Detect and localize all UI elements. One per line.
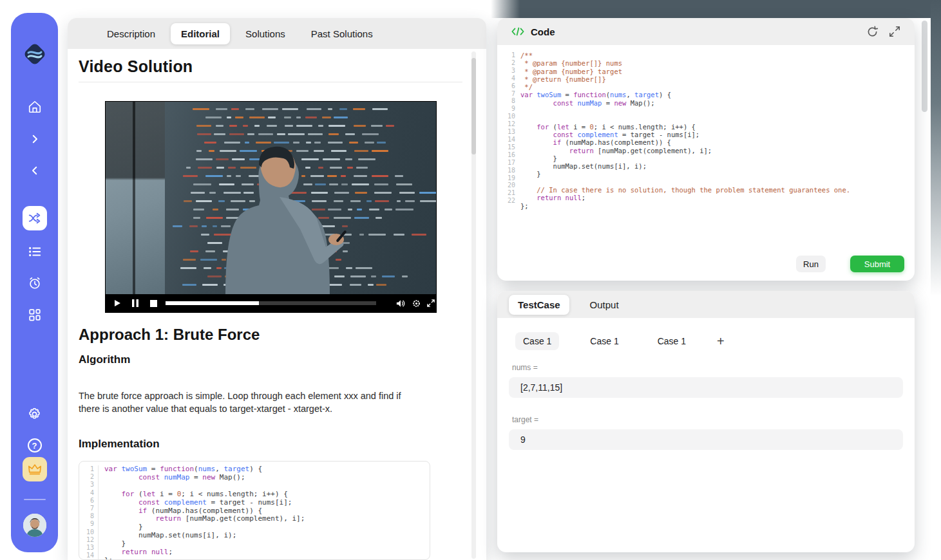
chalk-code-dash: [372, 108, 388, 110]
chalk-code-dash: [282, 108, 298, 110]
chalk-code-dash: [371, 125, 382, 127]
code-panel-title: Code: [531, 26, 555, 37]
code-line: const complement = target - nums[i];: [520, 131, 850, 138]
line-number: 1: [506, 51, 515, 59]
line-number: 10: [506, 113, 515, 120]
testcase-tabbar: TestCase Output: [497, 291, 628, 318]
code-panel-header: Code: [497, 18, 915, 45]
line-number: 3: [79, 481, 94, 489]
case-tab-2[interactable]: Case 1: [582, 332, 626, 350]
chalk-code-dash: [245, 108, 254, 110]
video-settings-button[interactable]: [410, 298, 423, 308]
reset-code-icon[interactable]: [866, 26, 879, 38]
video-progress-bar[interactable]: [166, 301, 376, 305]
line-number: 19: [506, 174, 515, 182]
code-editor[interactable]: 12346789101213141516171819202122 /** * @…: [506, 51, 893, 238]
sidebar-item-reminders[interactable]: [27, 275, 43, 291]
line-number: 6: [506, 82, 515, 90]
chalk-code-dash: [235, 117, 243, 118]
code-line: return [numMap.get(complement), i];: [520, 147, 850, 154]
line-number: 12: [79, 536, 94, 544]
chalk-code-dash: [307, 108, 322, 110]
chalk-code-dash: [377, 142, 386, 144]
line-number: 13: [506, 128, 515, 136]
sidebar-item-home[interactable]: [27, 99, 43, 115]
chalk-code-dash: [386, 125, 394, 127]
line-number: 16: [506, 151, 515, 159]
avatar-photo: [23, 514, 46, 537]
stop-icon: [150, 300, 157, 307]
stop-button[interactable]: [147, 298, 160, 308]
chalk-code-dash: [350, 200, 361, 202]
sidebar-item-premium[interactable]: [23, 457, 47, 481]
case-tab-1[interactable]: Case 1: [515, 332, 559, 350]
sidebar-divider: [24, 499, 46, 500]
code-line: [520, 178, 850, 186]
chalk-code-dash: [205, 117, 222, 118]
line-number: 8: [506, 97, 515, 105]
code-line: return null;: [520, 194, 850, 201]
chalk-code-dash: [296, 117, 301, 118]
user-avatar[interactable]: [23, 514, 46, 537]
volume-button[interactable]: [394, 298, 407, 308]
video-progress-fill: [166, 301, 259, 305]
code-line: }: [520, 154, 850, 162]
code-line: return null;: [104, 548, 305, 557]
chalk-code-dash: [322, 117, 331, 118]
video-fullscreen-button[interactable]: [424, 298, 437, 308]
add-case-button[interactable]: +: [717, 334, 725, 349]
chalk-code-dash: [357, 209, 363, 210]
video-player[interactable]: [105, 101, 437, 313]
chalk-code-dash: [396, 183, 412, 185]
tab-editorial[interactable]: Editorial: [171, 23, 230, 44]
chalk-code-dash: [372, 150, 388, 152]
line-number: 4: [506, 75, 515, 82]
target-input[interactable]: [509, 429, 903, 450]
line-number: 12: [506, 120, 515, 128]
testcase-panel: TestCase Output Case 1 Case 1 Case 1 + n…: [497, 291, 915, 552]
pause-button[interactable]: [129, 298, 142, 308]
case-tab-3[interactable]: Case 1: [650, 332, 694, 350]
sidebar: ?: [11, 13, 58, 552]
tab-testcase[interactable]: TestCase: [509, 295, 569, 315]
app-logo[interactable]: [21, 40, 49, 68]
line-number: 9: [79, 520, 94, 528]
code-line: // In case there is no solution, though …: [520, 186, 850, 194]
chalk-code-dash: [366, 200, 372, 202]
play-button[interactable]: [111, 298, 124, 308]
line-number: 7: [79, 505, 94, 512]
chalk-code-dash: [354, 217, 369, 219]
nums-input[interactable]: [509, 377, 903, 398]
submit-button[interactable]: Submit: [850, 256, 904, 272]
line-number-gutter: 12346789101213141516171819202122: [506, 51, 520, 238]
window-light: [106, 102, 165, 294]
code-line: * @param {number[]} nums: [520, 59, 850, 67]
tab-description[interactable]: Description: [97, 23, 166, 44]
code-line: for (let i = 0; i < nums.length; i++) {: [520, 123, 850, 131]
chalk-code-dash: [365, 142, 374, 144]
sidebar-item-problem-list[interactable]: [27, 244, 43, 259]
line-number: 13: [79, 544, 94, 552]
main-scrollbar-thumb[interactable]: [471, 58, 476, 154]
tab-output[interactable]: Output: [581, 295, 628, 315]
chalk-code-dash: [227, 117, 231, 118]
sidebar-item-previous[interactable]: [27, 163, 43, 178]
sidebar-item-next[interactable]: [27, 131, 43, 147]
sidebar-item-help[interactable]: ?: [27, 438, 43, 453]
page-scrollbar-thumb[interactable]: [922, 21, 927, 112]
code-line: const numMap = new Map();: [520, 99, 850, 107]
tab-past-solutions[interactable]: Past Solutions: [301, 23, 383, 44]
chalk-code-dash: [372, 175, 388, 177]
sidebar-item-shuffle-active[interactable]: [23, 206, 47, 230]
tab-solutions[interactable]: Solutions: [235, 23, 296, 44]
line-number: 20: [506, 182, 515, 189]
code-line: * @param {number} target: [520, 68, 850, 75]
chalk-code-dash: [339, 108, 347, 110]
sidebar-item-dashboard[interactable]: [27, 307, 43, 322]
expand-editor-icon[interactable]: [889, 26, 900, 37]
run-button[interactable]: Run: [796, 256, 826, 272]
sidebar-item-settings[interactable]: [27, 406, 43, 422]
chalk-code-dash: [371, 275, 376, 277]
case-selector-row: Case 1 Case 1 Case 1 +: [515, 332, 725, 350]
code-line: }: [520, 170, 850, 178]
